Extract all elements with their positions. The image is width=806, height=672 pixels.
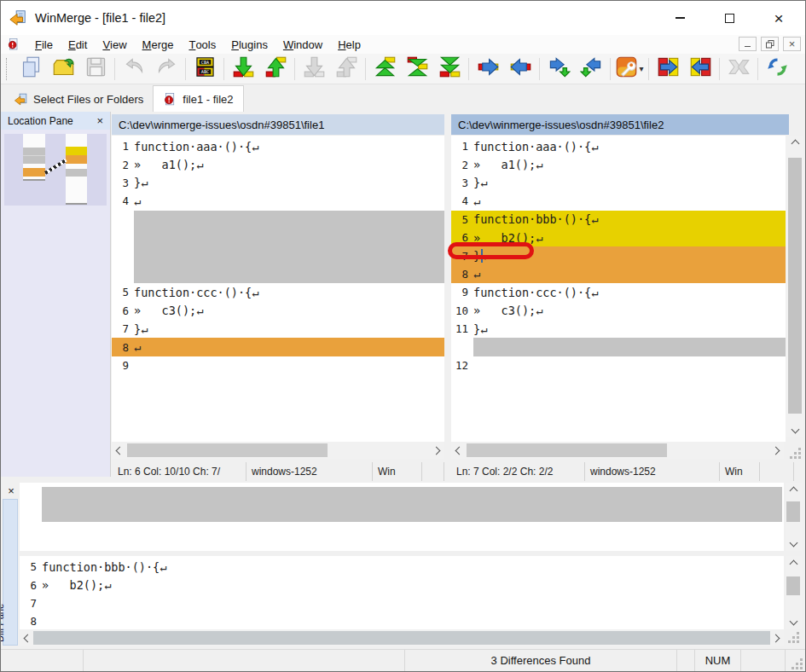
code-line[interactable]: 3}↵: [112, 174, 444, 192]
menu-edit[interactable]: Edit: [61, 35, 95, 54]
left-editor[interactable]: 1function·aaa·()·{↵2» a1();↵3}↵4↵5functi…: [112, 135, 444, 442]
swap-panes-button[interactable]: CBAABC: [188, 55, 221, 83]
code-line[interactable]: 6» b2();↵: [20, 576, 784, 594]
menu-window[interactable]: Window: [275, 35, 330, 54]
vscroll-track[interactable]: [786, 149, 803, 424]
diff-top-vscroll-thumb[interactable]: [786, 501, 800, 522]
code-line[interactable]: 5function·ccc·()·{↵: [112, 283, 444, 301]
copy-right-and-advance-button[interactable]: [542, 55, 575, 83]
code-line[interactable]: 5function·bbb·()·{↵: [451, 211, 786, 229]
diff-top-vscroll-track[interactable]: [786, 496, 802, 537]
code-line[interactable]: 6» c3();↵: [112, 302, 444, 320]
close-button[interactable]: ×: [754, 1, 803, 35]
code-line[interactable]: 2» a1();↵: [451, 155, 786, 173]
diff-hscroll-track[interactable]: [33, 630, 770, 646]
location-map[interactable]: [4, 134, 107, 206]
minimize-button[interactable]: [655, 1, 705, 35]
window-resize-grip[interactable]: [791, 657, 804, 670]
code-line[interactable]: 4↵: [112, 192, 444, 210]
code-line[interactable]: 8↵: [451, 265, 786, 283]
code-line[interactable]: 9: [112, 356, 444, 374]
vscroll-thumb[interactable]: [788, 158, 802, 414]
mdi-restore-button[interactable]: [761, 37, 779, 51]
scroll-up-button[interactable]: [786, 556, 802, 570]
dropdown-caret-icon[interactable]: ▾: [639, 64, 643, 73]
code-line[interactable]: 2» a1();↵: [112, 155, 444, 173]
code-line[interactable]: 3}↵: [451, 174, 786, 192]
options-button[interactable]: ▾: [613, 55, 646, 83]
code-line[interactable]: 7}↵: [451, 246, 786, 264]
current-difference-button[interactable]: [401, 55, 433, 83]
diff-pane-bottom-half[interactable]: 5function·bbb·()·{↵6» b2();↵78: [20, 556, 784, 629]
copy-all-left-button[interactable]: [684, 55, 716, 83]
diff-pane-top-half[interactable]: [20, 483, 784, 551]
code-line[interactable]: 9function·ccc·()·{↵: [451, 283, 786, 301]
right-hscroll-track[interactable]: [465, 442, 770, 459]
open-folder-button[interactable]: [47, 55, 79, 83]
previous-difference-button[interactable]: [259, 55, 292, 83]
diff-pane-close-button[interactable]: ×: [4, 484, 18, 497]
menu-merge[interactable]: Merge: [135, 35, 182, 54]
diff-hscroll-thumb[interactable]: [33, 631, 770, 645]
scroll-right-button[interactable]: [431, 442, 444, 459]
copy-left-and-advance-button[interactable]: [575, 55, 607, 83]
code-line[interactable]: 7: [20, 594, 784, 612]
code-line[interactable]: 1function·aaa·()·{↵: [112, 137, 444, 155]
code-line[interactable]: 5function·bbb·()·{↵: [20, 558, 784, 576]
tab-select-files[interactable]: Select Files or Folders: [4, 87, 153, 112]
pane-resize-grip[interactable]: [789, 446, 803, 460]
diff-pane-resize-grip[interactable]: [787, 630, 801, 644]
right-file-path-header[interactable]: C:\dev\winmerge-issues\osdn#39851\file2: [451, 114, 789, 135]
tab-file1-file2[interactable]: file1 - file2: [153, 85, 243, 112]
diff-pane-title-strip[interactable]: Diff Pane: [3, 499, 18, 646]
left-file-path-header[interactable]: C:\dev\winmerge-issues\osdn#39851\file1: [112, 114, 444, 135]
left-hscroll-thumb[interactable]: [127, 443, 328, 457]
code-line[interactable]: 6» b2();↵: [451, 229, 786, 246]
new-file-button[interactable]: [14, 55, 47, 83]
location-pane-close-button[interactable]: ×: [96, 114, 103, 127]
copy-left-button[interactable]: [504, 55, 536, 83]
location-map-stripe: [66, 169, 87, 177]
scroll-down-button[interactable]: [786, 424, 803, 437]
menu-help[interactable]: Help: [330, 35, 368, 54]
next-difference-button[interactable]: [227, 55, 259, 83]
menu-view[interactable]: View: [95, 35, 134, 54]
last-difference-button[interactable]: [433, 55, 466, 83]
current-difference-icon: [406, 55, 429, 82]
right-hscroll-thumb[interactable]: [467, 443, 667, 457]
code-line[interactable]: 10» c3();↵: [451, 302, 786, 320]
mdi-close-button[interactable]: ×: [783, 37, 801, 51]
maximize-button[interactable]: [705, 1, 754, 35]
code-line[interactable]: 11}↵: [451, 320, 786, 338]
location-map-left-bar[interactable]: [23, 134, 45, 181]
code-line[interactable]: 12: [451, 356, 786, 374]
scroll-left-button[interactable]: [20, 630, 33, 646]
scroll-down-button[interactable]: [786, 537, 802, 551]
copy-right-button[interactable]: [472, 55, 504, 83]
first-difference-button[interactable]: [368, 55, 401, 83]
diff-bottom-vscroll-thumb[interactable]: [786, 576, 800, 595]
copy-all-right-button[interactable]: [652, 55, 684, 83]
location-map-right-bar[interactable]: [66, 134, 87, 205]
left-hscroll-track[interactable]: [125, 442, 431, 459]
scroll-up-button[interactable]: [786, 136, 803, 149]
menu-plugins[interactable]: Plugins: [223, 35, 275, 54]
scroll-left-button[interactable]: [451, 442, 465, 459]
menu-tools[interactable]: Tools: [181, 35, 223, 54]
code-line[interactable]: 1function·aaa·()·{↵: [451, 137, 786, 155]
scroll-left-button[interactable]: [112, 442, 125, 459]
right-editor[interactable]: 1function·aaa·()·{↵2» a1();↵3}↵4↵5functi…: [451, 135, 786, 442]
diff-bottom-vscroll-track[interactable]: [786, 570, 802, 616]
code-line[interactable]: 8↵: [112, 338, 444, 356]
scroll-right-button[interactable]: [770, 630, 784, 646]
scroll-up-button[interactable]: [786, 483, 802, 496]
menu-file[interactable]: File: [27, 35, 61, 54]
code-line[interactable]: 7}↵: [112, 320, 444, 338]
code-line[interactable]: 8: [20, 612, 784, 629]
toolbar-grip[interactable]: [6, 58, 9, 80]
scroll-right-button[interactable]: [770, 442, 784, 459]
scroll-down-button[interactable]: [786, 616, 802, 629]
code-line[interactable]: 4↵: [451, 192, 786, 210]
refresh-button[interactable]: [761, 55, 793, 83]
mdi-minimize-button[interactable]: [739, 37, 757, 51]
